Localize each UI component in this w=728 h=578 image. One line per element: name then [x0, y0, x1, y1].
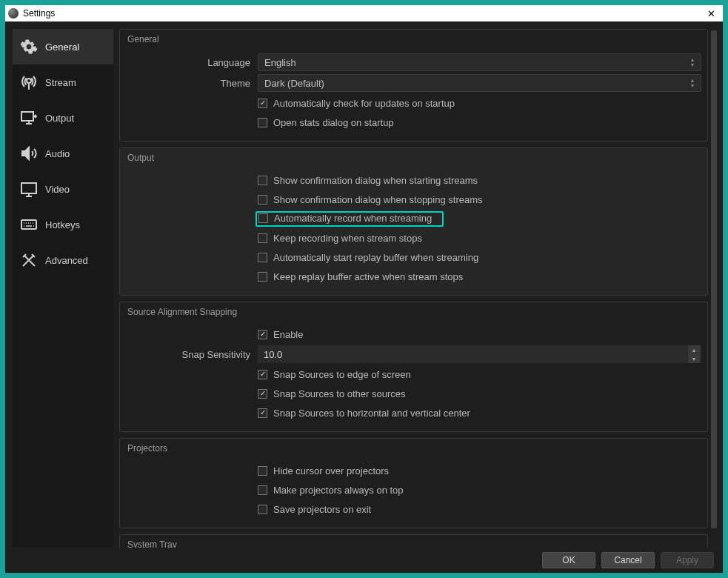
updown-icon: ▲▼ [687, 75, 698, 91]
sidebar-item-label: Stream [45, 77, 76, 88]
keep-recording-checkbox[interactable]: Keep recording when stream stops [258, 233, 422, 244]
output-icon [20, 109, 38, 127]
snap-center-checkbox[interactable]: Snap Sources to horizontal and vertical … [258, 408, 470, 419]
check-label: Show confirmation dialog when starting s… [273, 175, 478, 186]
group-title: System Tray [126, 538, 701, 548]
gear-icon [20, 38, 38, 56]
keep-replay-checkbox[interactable]: Keep replay buffer active when stream st… [258, 271, 463, 282]
auto-record-checkbox[interactable]: Automatically record when streaming [258, 213, 432, 224]
group-projectors: Projectors Hide cursor over projectors M… [119, 438, 708, 528]
sidebar-item-output[interactable]: Output [13, 100, 113, 136]
sidebar-item-label: Output [45, 113, 74, 124]
footer: OK Cancel Apply [5, 548, 723, 573]
sidebar-item-audio[interactable]: Audio [13, 136, 113, 171]
svg-rect-0 [21, 112, 33, 121]
check-label: Enable [273, 329, 303, 340]
window-body: General Stream Output Audio Video [5, 21, 723, 573]
scrollbar-thumb[interactable] [711, 30, 717, 528]
check-label: Snap Sources to horizontal and vertical … [273, 408, 470, 419]
group-general: General Language English ▲▼ Theme [119, 29, 708, 142]
check-label: Automatically record when streaming [274, 213, 432, 224]
sidebar-item-hotkeys[interactable]: Hotkeys [13, 207, 113, 242]
group-output: Output Show confirmation dialog when sta… [119, 147, 708, 296]
sidebar-item-advanced[interactable]: Advanced [13, 242, 113, 278]
language-label: Language [126, 57, 258, 68]
sidebar-item-label: Video [45, 184, 70, 195]
group-title: General [126, 33, 701, 50]
group-snapping: Source Alignment Snapping Enable Snap Se… [119, 302, 708, 432]
audio-icon [20, 144, 38, 162]
svg-rect-1 [21, 183, 36, 193]
sidebar-item-label: General [45, 41, 79, 53]
updown-icon: ▲▼ [687, 54, 698, 70]
sidebar-item-label: Audio [45, 148, 70, 159]
content-wrap: General Language English ▲▼ Theme [119, 29, 718, 548]
scrollbar[interactable] [709, 29, 718, 548]
language-value: English [264, 57, 296, 68]
check-label: Keep recording when stream stops [273, 233, 422, 244]
check-label: Keep replay buffer active when stream st… [273, 271, 463, 282]
main-area: General Stream Output Audio Video [5, 21, 723, 548]
confirm-start-checkbox[interactable]: Show confirmation dialog when starting s… [258, 175, 478, 186]
highlight-box: Automatically record when streaming [256, 211, 444, 227]
snap-sensitivity-value: 10.0 [264, 349, 282, 360]
video-icon [20, 180, 38, 198]
snap-sensitivity-input[interactable]: 10.0 ▲▼ [258, 345, 701, 363]
theme-value: Dark (Default) [264, 78, 324, 89]
group-title: Projectors [126, 442, 701, 459]
sidebar-item-general[interactable]: General [13, 29, 113, 64]
settings-window: Settings ✕ General Stream Output [5, 5, 723, 573]
confirm-stop-checkbox[interactable]: Show confirmation dialog when stopping s… [258, 194, 483, 205]
stream-icon [20, 73, 38, 91]
always-top-checkbox[interactable]: Make projectors always on top [258, 485, 404, 496]
hide-cursor-checkbox[interactable]: Hide cursor over projectors [258, 465, 389, 476]
app-icon [8, 8, 19, 19]
check-label: Automatically check for updates on start… [273, 98, 455, 109]
language-combo[interactable]: English ▲▼ [258, 53, 701, 71]
check-label: Make projectors always on top [273, 485, 404, 496]
hotkeys-icon [20, 216, 38, 233]
check-label: Hide cursor over projectors [273, 465, 389, 476]
sidebar-item-label: Advanced [45, 255, 88, 266]
snap-enable-checkbox[interactable]: Enable [258, 329, 303, 340]
auto-replay-checkbox[interactable]: Automatically start replay buffer when s… [258, 252, 478, 263]
check-label: Automatically start replay buffer when s… [273, 252, 478, 263]
spin-arrows[interactable]: ▲▼ [688, 345, 700, 363]
sidebar-item-label: Hotkeys [45, 219, 80, 230]
theme-label: Theme [126, 78, 258, 89]
svg-rect-2 [21, 220, 36, 229]
content: General Language English ▲▼ Theme [119, 29, 709, 548]
sidebar-item-video[interactable]: Video [13, 171, 113, 207]
apply-button[interactable]: Apply [661, 552, 714, 568]
sidebar-item-stream[interactable]: Stream [13, 64, 113, 100]
group-title: Source Alignment Snapping [126, 305, 701, 323]
advanced-icon [20, 251, 38, 269]
snap-edge-checkbox[interactable]: Snap Sources to edge of screen [258, 369, 411, 380]
snap-sensitivity-label: Snap Sensitivity [126, 349, 258, 360]
check-label: Snap Sources to edge of screen [273, 369, 411, 380]
cancel-button[interactable]: Cancel [601, 552, 655, 568]
check-label: Snap Sources to other sources [273, 388, 406, 399]
titlebar: Settings ✕ [5, 5, 723, 21]
check-updates-checkbox[interactable]: Automatically check for updates on start… [258, 98, 455, 109]
close-icon[interactable]: ✕ [703, 8, 720, 19]
window-title: Settings [23, 8, 703, 19]
theme-combo[interactable]: Dark (Default) ▲▼ [258, 74, 701, 92]
ok-button[interactable]: OK [542, 552, 595, 568]
check-label: Show confirmation dialog when stopping s… [273, 194, 483, 205]
group-title: Output [126, 151, 701, 169]
save-exit-checkbox[interactable]: Save projectors on exit [258, 504, 371, 515]
check-label: Open stats dialog on startup [273, 117, 394, 128]
snap-other-checkbox[interactable]: Snap Sources to other sources [258, 388, 406, 399]
check-label: Save projectors on exit [273, 504, 371, 515]
group-tray: System Tray Enable Minimize to system tr… [119, 534, 708, 548]
sidebar: General Stream Output Audio Video [13, 29, 113, 548]
open-stats-checkbox[interactable]: Open stats dialog on startup [258, 117, 394, 128]
